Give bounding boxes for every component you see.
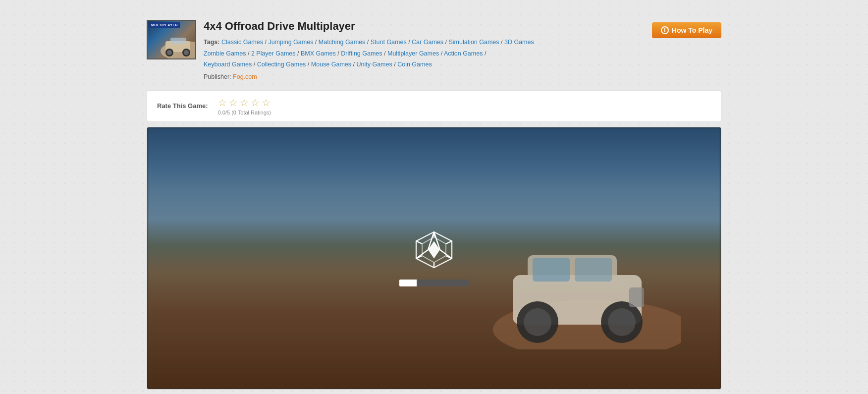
tag-simulation-games[interactable]: Simulation Games [448,39,499,46]
tag-action-games[interactable]: Action Games [444,50,483,57]
star-4[interactable]: ☆ [251,97,260,109]
rating-score: 0.0/5 [218,110,230,115]
publisher-line: Publisher: Fog.com [204,73,652,80]
svg-line-24 [416,241,422,244]
stars: ☆ ☆ ☆ ☆ ☆ [218,97,271,109]
unity-logo-container [399,230,469,286]
header-section: MULTIPLAYER 4x4 Offroad Drive Multiplaye… [147,15,721,85]
tag-stunt-games[interactable]: Stunt Games [371,39,407,46]
star-5[interactable]: ☆ [262,97,271,109]
svg-point-4 [167,50,172,55]
stars-container: ☆ ☆ ☆ ☆ ☆ 0.0/5 (0 Total Ratings) [218,97,271,115]
star-3[interactable]: ☆ [240,97,249,109]
tag-collecting-games[interactable]: Collecting Games [257,61,306,68]
progress-bar-container [399,280,469,286]
tags-label: Tags: [204,39,219,46]
unity-logo-icon [414,230,454,270]
rate-label: Rate This Game: [157,102,208,110]
tag-unity-games[interactable]: Unity Games [356,61,392,68]
tag-coin-games[interactable]: Coin Games [397,61,432,68]
game-info: MULTIPLAYER 4x4 Offroad Drive Multiplaye… [147,20,652,80]
progress-bar-fill [399,280,417,286]
svg-point-15 [608,308,636,336]
svg-rect-2 [170,38,186,44]
tag-car-games[interactable]: Car Games [412,39,443,46]
info-icon: i [661,26,669,34]
game-frame [147,127,721,390]
tag-bmx-games[interactable]: BMX Games [301,50,336,57]
page-container: MULTIPLAYER 4x4 Offroad Drive Multiplaye… [137,10,731,394]
rating-total: (0 Total Ratings) [231,110,271,115]
tag-multiplayer-games[interactable]: Multiplayer Games [387,50,439,57]
tag-3d-games[interactable]: 3D Games [504,39,534,46]
svg-point-6 [184,50,189,55]
tags-line: Tags: Classic Games / Jumping Games / Ma… [204,37,652,70]
tag-2player-games[interactable]: 2 Player Games [251,50,296,57]
tag-jumping-games[interactable]: Jumping Games [268,39,313,46]
rating-text: 0.0/5 (0 Total Ratings) [218,110,271,115]
rate-section: Rate This Game: ☆ ☆ ☆ ☆ ☆ 0.0/5 (0 Total… [147,90,721,122]
star-2[interactable]: ☆ [229,97,238,109]
tag-zombie-games[interactable]: Zombie Games [204,50,246,57]
svg-rect-16 [629,287,644,307]
tag-drifting-games[interactable]: Drifting Games [341,50,382,57]
svg-line-20 [446,241,452,244]
publisher-label: Publisher: [204,73,231,80]
tag-matching-games[interactable]: Matching Games [319,39,365,46]
svg-rect-10 [533,258,570,281]
how-to-play-button[interactable]: i How To Play [652,22,721,38]
publisher-link[interactable]: Fog.com [233,73,257,80]
how-to-play-label: How To Play [672,26,712,34]
game-thumbnail: MULTIPLAYER [147,20,196,59]
game-title: 4x4 Offroad Drive Multiplayer [204,20,652,33]
tag-mouse-games[interactable]: Mouse Games [311,61,351,68]
thumbnail-badge: MULTIPLAYER [149,22,180,28]
game-car-silhouette [473,211,681,349]
svg-rect-11 [575,258,612,281]
star-1[interactable]: ☆ [218,97,227,109]
svg-point-13 [524,308,551,336]
tag-classic-games[interactable]: Classic Games [221,39,263,46]
tag-keyboard-games[interactable]: Keyboard Games [204,61,252,68]
game-details: 4x4 Offroad Drive Multiplayer Tags: Clas… [204,20,652,80]
thumbnail-car-svg [156,31,195,58]
